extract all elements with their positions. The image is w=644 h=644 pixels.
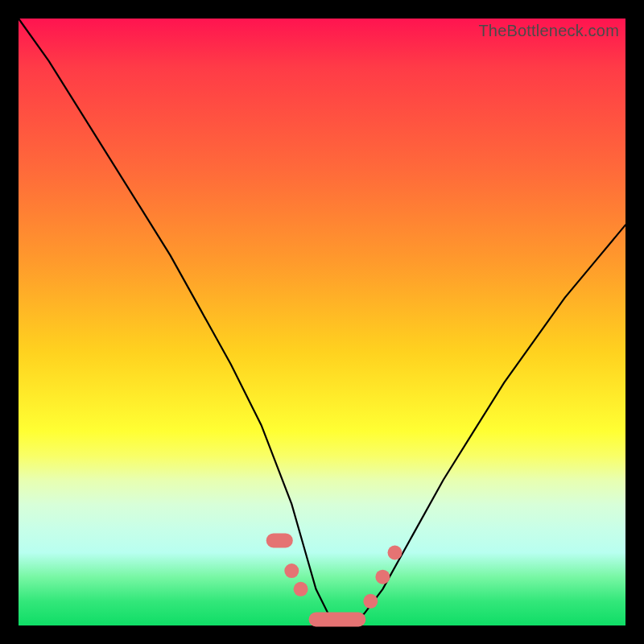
curve-marker-pill [309, 613, 366, 627]
plot-area: TheBottleneck.com [19, 19, 625, 625]
curve-layer [19, 19, 625, 625]
marker-layer [266, 533, 402, 626]
curve-marker [363, 594, 378, 609]
curve-marker [294, 582, 308, 597]
curve-marker-pill [266, 533, 293, 547]
chart-frame: TheBottleneck.com [0, 0, 644, 644]
bottleneck-curve [19, 19, 625, 625]
curve-marker [388, 546, 402, 560]
curve-marker [284, 564, 299, 578]
curve-marker [375, 570, 390, 584]
